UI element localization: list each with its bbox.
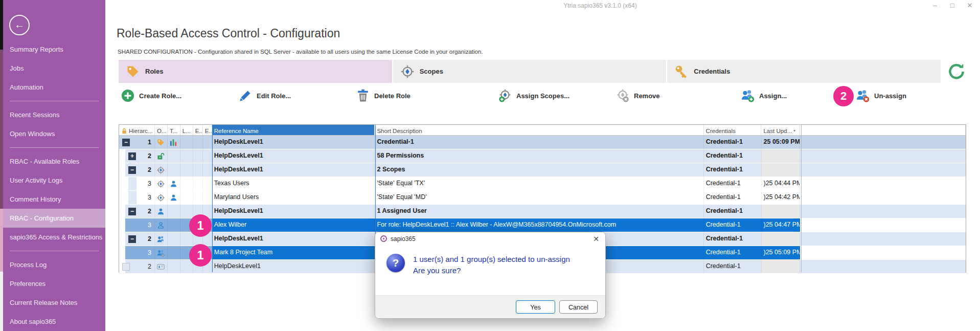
filler-cell (800, 191, 966, 204)
page-subtitle: SHARED CONFIGURATION - Configuration sha… (118, 49, 483, 55)
dialog-message: 1 user(s) and 1 group(s) selected to un-… (413, 254, 570, 276)
table-row-7-alex-wilber[interactable]: 3Alex WilberFor role: HelpDeskLevel1 :: … (119, 218, 966, 232)
dialog-close-icon[interactable]: ✕ (593, 235, 599, 243)
tab-credentials[interactable]: Credentials (667, 60, 941, 83)
table-row-5-maryland-users[interactable]: 3Maryland Users'State' Equal 'MD'Credent… (119, 191, 966, 205)
filler-cell (800, 177, 966, 190)
collapse-icon[interactable]: − (122, 139, 130, 146)
table-row-4-texas-users[interactable]: 3Texas Users'State' Equal 'TX'Credential… (119, 177, 966, 191)
un-assign-button[interactable]: Un-assign (856, 89, 906, 102)
sidebar-item-summary-reports[interactable]: Summary Reports (3, 40, 105, 59)
pencil-icon (239, 89, 252, 102)
back-button[interactable]: ← (9, 15, 30, 35)
yes-button[interactable]: Yes (516, 300, 555, 314)
short-description-cell: 1 Assigned User (375, 205, 703, 218)
sidebar-item-recent-sessions[interactable]: Recent Sessions (3, 105, 105, 124)
remove-button[interactable]: Remove (616, 89, 660, 102)
collapse-icon[interactable]: − (128, 166, 136, 174)
disabled-expander-icon (122, 263, 130, 271)
column-header-label: Hierarc... (129, 128, 153, 134)
close-icon[interactable]: ✕ (965, 1, 975, 10)
tag-icon (126, 65, 140, 78)
sidebar-item-preferences[interactable]: Preferences (3, 274, 105, 293)
target-icon (401, 65, 414, 78)
create-role-button[interactable]: Create Role... (121, 89, 181, 102)
sidebar-item-automation[interactable]: Automation (3, 78, 105, 97)
hierarchy-level: 3 (121, 180, 153, 187)
icon-cell (203, 191, 212, 204)
hierarchy-level: 2 (136, 235, 153, 242)
sidebar-item-comment-history[interactable]: Comment History (3, 190, 105, 209)
sidebar-item-rbac-available-roles[interactable]: RBAC - Available Roles (3, 152, 105, 171)
dialog-message-line1: 1 user(s) and 1 group(s) selected to un-… (413, 254, 570, 265)
column-separator (801, 125, 802, 272)
hierarchy-cell: 3 (119, 218, 155, 232)
assign-button[interactable]: Assign... (741, 89, 787, 102)
credentials-cell: Credential-1 (704, 149, 762, 163)
last-updated-cell: )25 04:42 PM (762, 191, 801, 204)
column-header-short-description[interactable]: Short Description (375, 125, 703, 135)
user-icon (157, 208, 165, 215)
column-header-hierarc[interactable]: Hierarc... (119, 125, 155, 135)
collapse-icon[interactable]: − (128, 235, 136, 243)
sidebar-item-sapio365-access-restrictions[interactable]: sapio365 Access & Restrictions (3, 228, 105, 247)
column-header-t[interactable]: T... (168, 125, 180, 135)
icon-cell (155, 191, 168, 204)
assign-scopes-button[interactable]: Assign Scopes... (498, 89, 569, 102)
tab-bar: RolesScopesCredentials (119, 60, 941, 83)
icon-cell (168, 246, 180, 259)
users-plus-icon (741, 89, 755, 102)
table-row-6-helpdesklevel1[interactable]: −2HelpDeskLevel11 Assigned UserCredentia… (119, 205, 966, 218)
sidebar-item-rbac-configuration[interactable]: RBAC - Configuration (3, 209, 105, 228)
sidebar-item-jobs[interactable]: Jobs (3, 59, 105, 78)
sidebar-item-process-log[interactable]: Process Log (3, 255, 105, 274)
hierarchy-cell: 3 (119, 177, 155, 190)
column-header-credentials[interactable]: Credentials (704, 125, 762, 135)
icon-cell (193, 177, 203, 190)
cancel-button[interactable]: Cancel (559, 300, 598, 314)
icon-cell (203, 177, 212, 190)
table-row-2-helpdesklevel1[interactable]: +2HelpDeskLevel158 PermissionsCredential… (119, 149, 966, 163)
delete-role-button[interactable]: Delete Role (356, 89, 411, 102)
annotation-badge-1a: 1 (189, 214, 212, 237)
expand-icon[interactable]: + (128, 152, 136, 160)
column-header-last-upd[interactable]: Last Upd...▾ (761, 125, 800, 135)
table-row-3-helpdesklevel1[interactable]: −2HelpDeskLevel12 ScopesCredential-1 (119, 163, 966, 177)
sidebar-item-current-release-notes[interactable]: Current Release Notes (3, 293, 105, 312)
tab-roles[interactable]: Roles (119, 60, 392, 83)
column-header-e[interactable]: E... (203, 125, 212, 135)
column-header-o[interactable]: O... (155, 125, 168, 135)
column-header-l[interactable]: L... (180, 125, 193, 135)
tab-scopes[interactable]: Scopes (393, 60, 667, 83)
tab-label: Credentials (694, 68, 730, 75)
icon-cell (193, 163, 203, 176)
column-header-reference-name[interactable]: Reference Name (212, 125, 375, 135)
icon-cell (168, 205, 180, 218)
column-separator (212, 125, 213, 272)
target-icon (400, 64, 415, 79)
hierarchy-level: 1 (130, 139, 153, 146)
icon-cell (168, 260, 180, 273)
key-icon (674, 64, 689, 79)
hierarchy-cell: 2 (119, 260, 155, 273)
icon-cell (155, 205, 168, 218)
column-header-label: O... (157, 128, 167, 134)
icon-cell (180, 136, 193, 149)
maximize-icon[interactable]: □ (947, 1, 958, 10)
sidebar-item-open-windows[interactable]: Open Windows (3, 124, 105, 143)
toolbar-label: Delete Role (374, 92, 411, 100)
users-link-icon (157, 249, 165, 257)
target-icon (157, 194, 165, 202)
titlebar: Ytria sapio365 v3.1.0 (x64) – □ ✕ (105, 0, 980, 12)
refresh-button[interactable] (947, 62, 966, 81)
plus-circle-icon (121, 89, 134, 102)
sidebar-item-user-activity-logs[interactable]: User Activity Logs (3, 171, 105, 190)
column-header-e[interactable]: E... (193, 125, 203, 135)
minimize-icon[interactable]: – (930, 1, 940, 10)
collapse-icon[interactable]: − (128, 208, 136, 215)
edit-role-button[interactable]: Edit Role... (239, 89, 291, 102)
table-row-1-helpdesklevel1[interactable]: −1HelpDeskLevel1Credential-1Credential-1… (119, 136, 966, 149)
question-icon: ? (386, 254, 405, 272)
sidebar-item-about-sapio365[interactable]: About sapio365 (3, 312, 105, 331)
user-icon (170, 194, 177, 202)
